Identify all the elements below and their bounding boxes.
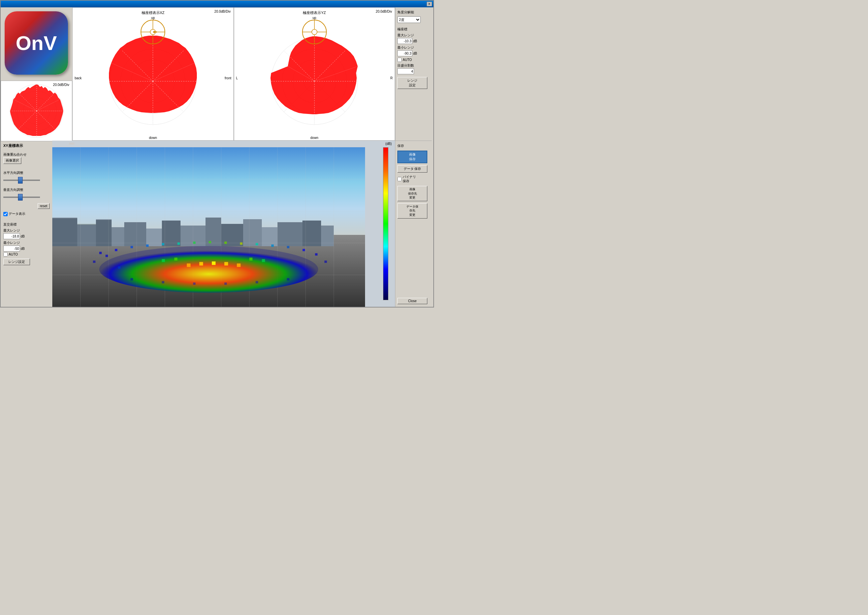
left-controls-panel: XY座標表示 画像重ね合わせ 画像選択 水平方向調整 垂直方向調整 [1, 140, 52, 307]
polar-min-unit: dB [413, 52, 417, 55]
polar-yz-canvas: up down L R [234, 15, 395, 140]
polar-yz-down: down [310, 136, 318, 140]
scale-div-input[interactable] [397, 68, 414, 74]
polar-min-input[interactable] [397, 50, 412, 56]
data-save-button[interactable]: データ 保存 [397, 165, 427, 173]
svg-rect-100 [174, 258, 177, 261]
svg-rect-97 [224, 262, 228, 265]
heatmap-svg [68, 208, 349, 295]
svg-rect-88 [287, 246, 290, 248]
cart-min-label: 最小レンジ [3, 240, 50, 245]
bottom-section: XY座標表示 画像重ね合わせ 画像選択 水平方向調整 垂直方向調整 [1, 140, 395, 307]
svg-rect-76 [106, 255, 108, 257]
polar-xz-right: front [224, 76, 231, 80]
right-top-panel: 角度分解能 2度 5度 10度 極座標 最大レンジ dB 最小レンジ [395, 7, 432, 140]
data-show-checkbox[interactable] [3, 212, 8, 216]
image-dest-button[interactable]: 画像 保存先 変更 [397, 186, 427, 201]
cart-max-input-row: -18.8 dB [3, 233, 50, 239]
auto-label: AUTO [9, 253, 18, 256]
svg-rect-95 [199, 262, 203, 265]
svg-rect-81 [178, 242, 180, 245]
axis-label-n150: -150 [69, 142, 75, 145]
auto-checkbox[interactable] [3, 252, 8, 256]
v-adjust-slider[interactable] [3, 194, 40, 201]
range-set-button[interactable]: レンジ設定 [3, 259, 30, 265]
polar-chart-xz: 極座標表示XZ 20.0dB/Div up down back front [72, 7, 234, 140]
cart-min-unit: dB [21, 247, 25, 251]
polar-yz-scale: 20.0dB/Div [376, 10, 392, 13]
polar-max-input[interactable] [397, 38, 412, 44]
svg-rect-93 [324, 261, 327, 263]
slider-thumb-v[interactable] [18, 194, 23, 201]
main-content: OnV 20.0dB/Div [1, 7, 433, 307]
svg-rect-96 [212, 262, 215, 265]
binary-save-label: バイナリ 保存 [403, 175, 416, 183]
svg-rect-101 [249, 258, 252, 261]
svg-rect-102 [262, 259, 265, 262]
svg-point-74 [99, 246, 318, 293]
svg-rect-92 [118, 267, 121, 269]
data-show-label: データ表示 [9, 212, 25, 216]
xy-section-title: XY座標表示 [3, 143, 50, 148]
h-adjust-slider[interactable] [3, 177, 40, 184]
svg-rect-106 [224, 283, 227, 285]
v-adjust-label: 垂直方向調整 [3, 187, 50, 192]
svg-rect-86 [256, 243, 258, 245]
close-button[interactable]: ✕ [427, 2, 432, 6]
svg-rect-75 [99, 252, 102, 254]
save-panel: 保存 画像 保存 データ 保存 バイナリ 保存 画像 保存先 変更 データ保 存… [395, 140, 432, 307]
image-select-button[interactable]: 画像選択 [3, 157, 21, 164]
polar-chart-yz: 極座標表示YZ 20.0dB/Div up down L R [234, 7, 395, 140]
polar-range-set-button[interactable]: レンジ 設定 [397, 77, 427, 89]
cart-min-input-row: -50 dB [3, 245, 50, 251]
binary-save-checkbox[interactable] [397, 177, 402, 181]
polar-max-unit: dB [413, 39, 417, 43]
polar-xz-canvas: up down back front [73, 15, 234, 140]
image-save-button[interactable]: 画像 保存 [397, 151, 427, 163]
polar-max-label: 最大レンジ [397, 33, 430, 37]
polar-xy-canvas [1, 81, 72, 141]
polar-auto-checkbox[interactable] [397, 58, 402, 62]
svg-point-22 [153, 31, 155, 33]
polar-yz-right: R [390, 76, 393, 80]
svg-rect-79 [146, 245, 149, 247]
polar-auto-label: AUTO [403, 58, 412, 62]
resolution-label: 角度分解能 [397, 10, 430, 15]
polar-xz-left: back [75, 76, 82, 80]
save-label: 保存 [397, 144, 430, 148]
viz-area: 150 120 90 60 30 0 -30 -60 -90 -120 -150 [52, 140, 395, 307]
svg-rect-107 [256, 281, 258, 284]
logo-text: OnV [16, 32, 57, 55]
polar-xz-down: down [149, 136, 157, 140]
reset-button[interactable]: reset [37, 203, 50, 209]
cart-min-input[interactable]: -50 [3, 245, 20, 251]
slider-thumb-h[interactable] [18, 177, 23, 184]
svg-rect-78 [131, 246, 133, 248]
svg-rect-89 [302, 249, 305, 251]
svg-rect-82 [193, 242, 196, 244]
cart-max-input[interactable]: -18.8 [3, 233, 20, 239]
svg-rect-90 [315, 253, 318, 256]
svg-rect-85 [240, 242, 243, 245]
resolution-select[interactable]: 2度 5度 10度 [397, 16, 421, 23]
heatmap-overlay [68, 208, 349, 295]
logo-box: OnV [5, 11, 68, 75]
polar-max-row: dB [397, 38, 430, 44]
polar-min-label: 最小レンジ [397, 45, 430, 50]
titlebar: ✕ [1, 1, 433, 7]
colorbar-title: (dB) [385, 142, 392, 145]
polar-chart-xy: 20.0dB/Div [1, 81, 72, 141]
svg-rect-104 [162, 281, 165, 284]
image-overlay-label: 画像重ね合わせ [3, 152, 50, 157]
svg-rect-80 [162, 243, 165, 245]
binary-save-row: バイナリ 保存 [397, 175, 430, 183]
data-dest-button[interactable]: データ保 存先 変更 [397, 203, 427, 219]
svg-point-23 [156, 31, 157, 33]
svg-rect-98 [237, 264, 240, 267]
polar-section-label: 極座標 [397, 27, 430, 32]
close-button[interactable]: Close [397, 298, 427, 304]
cart-max-label: 最大レンジ [3, 228, 50, 233]
polar-xz-title: 極座標表示XZ [142, 9, 165, 15]
svg-rect-103 [131, 278, 133, 281]
main-window: ✕ OnV 20.0dB/Div [0, 0, 434, 308]
